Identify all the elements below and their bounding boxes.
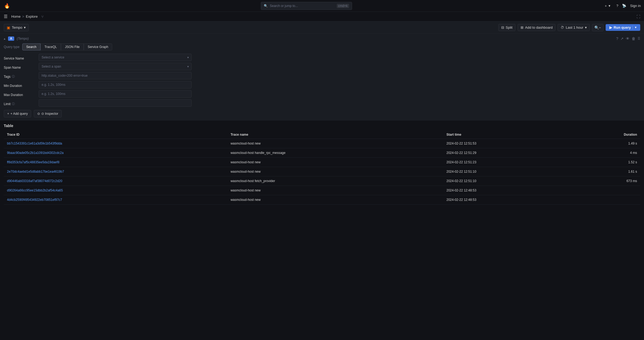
query-help-button[interactable]: ? — [616, 36, 618, 41]
start-time-cell: 2024-02-22 12:48:53 — [443, 195, 571, 205]
table-title: Table — [4, 124, 640, 128]
trace-id-link[interactable]: 9baac90ade05c2b1a1091bd4302cdc2a — [7, 151, 64, 155]
tags-input[interactable] — [39, 72, 192, 79]
chevron-down-icon: ▾ — [609, 4, 610, 8]
max-duration-input[interactable] — [39, 90, 192, 98]
trace-id-cell[interactable]: d90264a66cc95ee15dbb2b2af54c4a65 — [4, 186, 227, 195]
trace-id-cell[interactable]: 2e70dc4aebd1e5d8abb17be1ea4619b7 — [4, 167, 227, 176]
query-export-button[interactable]: ↗ — [620, 36, 624, 41]
tab-traceql[interactable]: TraceQL — [41, 43, 61, 50]
trace-id-link[interactable]: d90264a66cc95ee15dbb2b2af54c4a65 — [7, 189, 63, 192]
top-nav-search: 🔍 Search or jump to... cmd+k — [13, 2, 600, 10]
datasource-chevron-icon: ▾ — [24, 25, 26, 29]
news-button[interactable]: 📡 — [622, 4, 626, 8]
split-button[interactable]: ⊟ Split — [498, 24, 515, 31]
trace-id-cell[interactable]: bb7c1543391c1e61a3d5fe1b543f9dda — [4, 139, 227, 148]
dashboard-icon: ⊞ — [521, 25, 524, 29]
share-button[interactable]: ⑂ — [41, 14, 43, 19]
add-query-button[interactable]: + + Add query — [4, 110, 31, 117]
min-duration-input[interactable] — [39, 81, 192, 88]
question-icon: ? — [616, 4, 618, 8]
drag-icon: ⠿ — [638, 36, 640, 41]
time-range-picker[interactable]: ⏱ Last 1 hour ▾ — [558, 24, 590, 31]
trash-icon: 🗑 — [632, 36, 635, 41]
tab-search[interactable]: Search — [22, 43, 41, 50]
table-row: d90446ab03316af7af38074d072c2d20wasmclou… — [4, 176, 640, 186]
flame-icon: 🔥 — [4, 3, 10, 9]
table-row: d90264a66cc95ee15dbb2b2af54c4a65wasmclou… — [4, 186, 640, 195]
span-name-select-wrapper: Select a span — [39, 63, 192, 70]
start-time-cell: 2024-02-22 12:51:29 — [443, 148, 571, 158]
expand-button[interactable]: ⛶ — [636, 14, 640, 19]
grafana-logo[interactable]: 🔥 — [3, 2, 11, 10]
expand-icon: ⛶ — [636, 14, 640, 19]
query-type-row: Query type Search TraceQL JSON File Serv… — [4, 43, 640, 50]
table-header-row: Trace ID Trace name Start time Duration — [4, 131, 640, 139]
action-row: + + Add query ⊙ ⊙ Inspector — [4, 110, 640, 117]
split-icon: ⊟ — [501, 25, 504, 29]
add-to-dashboard-button[interactable]: ⊞ Add to dashboard — [518, 24, 556, 31]
trace-id-cell[interactable]: 9baac90ade05c2b1a1091bd4302cdc2a — [4, 148, 227, 158]
trace-id-link[interactable]: 4d4cb2590f495434922eb70851ef97c7 — [7, 198, 62, 202]
time-chevron-icon: ▾ — [585, 25, 587, 29]
breadcrumb-bar: ☰ Home > Explore ⑂ ⛶ — [0, 12, 644, 21]
run-icon: ▶ — [609, 25, 612, 29]
query-source: (Tempo) — [17, 37, 29, 40]
service-name-select[interactable]: Select a service — [39, 54, 192, 61]
tab-json-file[interactable]: JSON File — [61, 43, 84, 50]
signin-button[interactable]: Sign in — [630, 4, 641, 8]
main-area: ▴ A (Tempo) ? ↗ 👁 🗑 ⠿ Query type Search … — [0, 34, 644, 340]
breadcrumb-right: ⛶ — [636, 14, 640, 19]
duration-cell: 1.61 s — [571, 167, 640, 176]
trace-id-link[interactable]: d90446ab03316af7af38074d072c2d20 — [7, 179, 62, 183]
share-icon: ⑂ — [41, 14, 43, 19]
breadcrumb-home[interactable]: Home — [11, 14, 21, 19]
plus-icon: + — [7, 112, 9, 116]
table-row: 4d4cb2590f495434922eb70851ef97c7wasmclou… — [4, 195, 640, 205]
search-bar[interactable]: 🔍 Search or jump to... cmd+k — [261, 2, 352, 10]
trace-id-link[interactable]: ff8d353cfa7af5c48835ee5da19daef8 — [7, 160, 59, 164]
new-button[interactable]: ＋ ▾ — [602, 2, 613, 9]
breadcrumb-current: Explore — [26, 14, 38, 19]
trace-name-cell: wasmcloud-host fetch_provider — [227, 176, 443, 186]
start-time-cell: 2024-02-22 12:51:53 — [443, 139, 571, 148]
table-row: 2e70dc4aebd1e5d8abb17be1ea4619b7wasmclou… — [4, 167, 640, 176]
trace-id-link[interactable]: 2e70dc4aebd1e5d8abb17be1ea4619b7 — [7, 170, 64, 173]
trace-id-cell[interactable]: ff8d353cfa7af5c48835ee5da19daef8 — [4, 158, 227, 167]
table-row: bb7c1543391c1e61a3d5fe1b543f9ddawasmclou… — [4, 139, 640, 148]
tags-info-icon[interactable]: ⓘ — [12, 75, 15, 79]
trace-id-link[interactable]: bb7c1543391c1e61a3d5fe1b543f9dda — [7, 142, 62, 145]
trace-name-cell: wasmcloud-host new — [227, 186, 443, 195]
zoom-out-button[interactable]: 🔍− — [592, 24, 603, 31]
duration-cell: 673 ms — [571, 176, 640, 186]
trace-name-cell: wasmcloud-host new — [227, 195, 443, 205]
limit-info-icon[interactable]: ⓘ — [12, 102, 15, 106]
tags-label: Tags ⓘ — [4, 72, 39, 79]
start-time-cell: 2024-02-22 12:48:53 — [443, 186, 571, 195]
breadcrumb-separator: > — [22, 14, 24, 19]
clock-icon: ⏱ — [561, 25, 564, 29]
run-query-button[interactable]: ▶ Run query ▾ — [606, 24, 640, 31]
inspector-button[interactable]: ⊙ ⊙ Inspector — [34, 110, 62, 117]
tab-service-graph[interactable]: Service Graph — [84, 43, 112, 50]
tempo-icon: ▣ — [7, 25, 10, 30]
query-drag-button[interactable]: ⠿ — [638, 36, 640, 41]
trace-id-cell[interactable]: d90446ab03316af7af38074d072c2d20 — [4, 176, 227, 186]
col-trace-name: Trace name — [227, 131, 443, 139]
min-duration-label: Min Duration — [4, 81, 39, 88]
hamburger-icon[interactable]: ☰ — [4, 14, 8, 19]
query-toggle-button[interactable]: 👁 — [626, 36, 630, 41]
trace-name-cell: wasmcloud-host new — [227, 167, 443, 176]
collapse-button[interactable]: ▴ — [4, 37, 5, 40]
help-button[interactable]: ? — [616, 4, 618, 8]
limit-label: Limit ⓘ — [4, 99, 39, 107]
trace-name-cell: wasmcloud-host new — [227, 139, 443, 148]
query-delete-button[interactable]: 🗑 — [632, 36, 635, 41]
query-panel-header: ▴ A (Tempo) ? ↗ 👁 🗑 ⠿ — [4, 36, 640, 41]
start-time-cell: 2024-02-22 12:51:10 — [443, 167, 571, 176]
limit-input[interactable]: 20 — [39, 99, 192, 107]
datasource-selector[interactable]: ▣ Tempo ▾ — [4, 24, 29, 31]
trace-id-cell[interactable]: 4d4cb2590f495434922eb70851ef97c7 — [4, 195, 227, 205]
span-name-select[interactable]: Select a span — [39, 63, 192, 70]
col-duration: Duration — [571, 131, 640, 139]
